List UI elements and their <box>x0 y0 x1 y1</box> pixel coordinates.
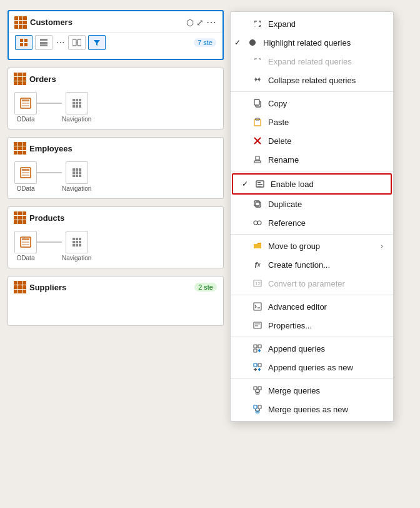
toolbar-more-btn[interactable]: ··· <box>55 37 66 48</box>
svg-rect-20 <box>22 241 29 243</box>
duplicate-label: Duplicate <box>268 200 302 209</box>
collapse-related-icon <box>252 74 263 86</box>
filter-btn[interactable] <box>88 35 106 50</box>
reference-label: Reference <box>268 218 306 228</box>
query-card-orders[interactable]: Orders OData <box>8 68 224 130</box>
query-card-employees[interactable]: Employees OData <box>8 137 224 199</box>
menu-item-duplicate[interactable]: Duplicate <box>231 195 393 213</box>
merge-btn[interactable] <box>68 35 86 50</box>
menu-item-collapse-related[interactable]: Collapse related queries <box>231 71 393 89</box>
duplicate-icon <box>252 198 263 210</box>
svg-rect-19 <box>22 238 29 240</box>
parameter-icon: 123 <box>252 278 263 289</box>
menu-item-delete[interactable]: Delete <box>231 131 393 150</box>
employees-line <box>37 172 62 173</box>
svg-rect-11 <box>22 99 29 101</box>
svg-text:123: 123 <box>255 281 262 287</box>
query-card-products[interactable]: Products OData <box>8 206 224 268</box>
menu-item-reference[interactable]: Reference <box>231 213 393 232</box>
svg-rect-0 <box>20 39 23 42</box>
query-card-customers[interactable]: Customers ⬡ ⤢ ⋯ ··· 7 ste <box>8 10 224 60</box>
merge-queries-icon <box>252 385 263 396</box>
append-queries-new-label: Append queries as new <box>268 363 353 372</box>
menu-item-append-queries[interactable]: Append queries <box>231 339 393 358</box>
query-card-suppliers[interactable]: Suppliers 2 ste <box>8 276 224 326</box>
menu-item-convert-to-parameter[interactable]: 123 Convert to parameter <box>231 274 393 293</box>
editor-icon <box>252 301 263 312</box>
enable-load-icon <box>254 178 266 190</box>
products-nav-icon <box>66 231 88 253</box>
menu-item-append-queries-new[interactable]: Append queries as new <box>231 358 393 377</box>
move-to-group-label: Move to group <box>268 241 320 251</box>
svg-rect-48 <box>258 363 261 367</box>
copy-label: Copy <box>268 99 287 108</box>
menu-item-merge-queries-new[interactable]: Merge queries as new <box>231 400 393 419</box>
highlight-related-icon <box>247 37 258 48</box>
svg-rect-6 <box>40 44 48 46</box>
svg-rect-45 <box>258 345 261 348</box>
reference-icon <box>252 217 263 228</box>
svg-rect-4 <box>40 39 48 41</box>
menu-item-rename[interactable]: Rename <box>231 150 393 169</box>
menu-item-advanced-editor[interactable]: Advanced editor <box>231 297 393 316</box>
grid-view-btn[interactable] <box>15 35 32 50</box>
svg-rect-49 <box>254 387 257 390</box>
svg-rect-44 <box>254 345 257 348</box>
separator-2 <box>231 171 393 171</box>
svg-rect-21 <box>22 244 29 245</box>
customers-header-icons: ⬡ ⤢ ⋯ <box>186 16 216 28</box>
svg-rect-16 <box>22 172 29 173</box>
advanced-editor-label: Advanced editor <box>268 302 327 312</box>
menu-item-expand[interactable]: Expand <box>231 14 393 33</box>
menu-item-merge-queries[interactable]: Merge queries <box>231 381 393 400</box>
menu-item-properties[interactable]: Properties... <box>231 316 393 335</box>
svg-rect-8 <box>78 39 81 46</box>
svg-rect-2 <box>20 43 23 46</box>
separator-3 <box>231 234 393 235</box>
suppliers-step-badge: 2 ste <box>194 283 217 292</box>
customers-step-badge: 7 ste <box>194 38 216 47</box>
merge-queries-new-icon <box>252 404 263 415</box>
svg-rect-42 <box>255 323 260 325</box>
enable-load-label: Enable load <box>271 180 314 189</box>
products-body: OData Navigation <box>8 227 223 268</box>
customers-title: Customers <box>30 18 182 27</box>
svg-rect-39 <box>254 303 261 310</box>
properties-label: Properties... <box>268 321 312 330</box>
svg-rect-12 <box>22 103 29 104</box>
orders-odata-label: OData <box>17 116 35 123</box>
expand-related-label: Expand related queries <box>268 57 352 66</box>
products-nav-label: Navigation <box>62 255 91 262</box>
menu-item-copy[interactable]: Copy <box>231 94 393 113</box>
more-icon[interactable]: ⋯ <box>206 16 216 28</box>
rename-label: Rename <box>268 155 299 165</box>
menu-item-expand-related[interactable]: Expand related queries <box>231 52 393 71</box>
context-menu: Expand ✓ Highlight related queries Expan… <box>230 11 394 422</box>
svg-rect-30 <box>258 182 261 183</box>
svg-rect-1 <box>24 39 28 42</box>
expand-icon <box>252 18 263 29</box>
svg-rect-50 <box>258 387 261 390</box>
svg-rect-52 <box>254 405 257 409</box>
menu-item-paste[interactable]: Paste <box>231 113 393 131</box>
table-icon-customers <box>15 17 26 28</box>
table-icon-employees <box>14 143 26 154</box>
menu-item-enable-load[interactable]: ✓ Enable load <box>232 173 392 195</box>
svg-point-35 <box>254 221 258 225</box>
orders-nav-label: Navigation <box>62 116 91 123</box>
separator-1 <box>231 91 393 92</box>
employees-nav-label: Navigation <box>62 185 91 192</box>
paste-icon <box>252 116 263 128</box>
table-view-btn[interactable] <box>35 35 52 50</box>
menu-item-create-function[interactable]: fx Create function... <box>231 255 393 274</box>
merge-queries-label: Merge queries <box>268 386 320 395</box>
employees-odata-icon <box>14 161 37 184</box>
convert-to-parameter-label: Convert to parameter <box>268 279 345 288</box>
menu-item-highlight-related[interactable]: ✓ Highlight related queries <box>231 33 393 52</box>
svg-rect-17 <box>22 175 29 176</box>
employees-nav-icon <box>66 161 88 184</box>
share-icon[interactable]: ⬡ <box>186 18 194 28</box>
menu-item-move-to-group[interactable]: Move to group › <box>231 236 393 255</box>
table-icon-suppliers <box>14 282 26 293</box>
expand-icon[interactable]: ⤢ <box>196 18 204 28</box>
